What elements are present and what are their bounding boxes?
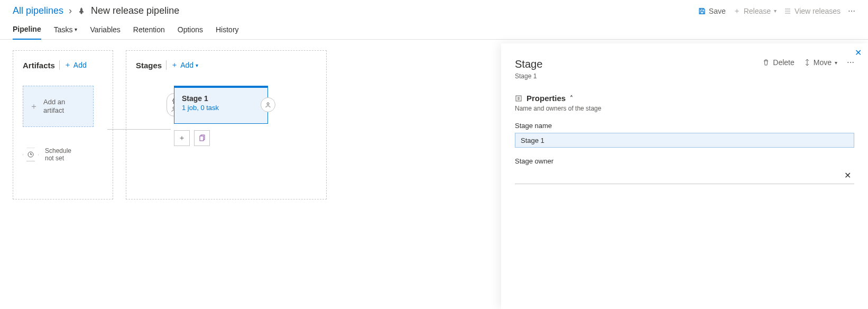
release-label: Release bbox=[744, 7, 771, 15]
breadcrumb: All pipelines › New release pipeline bbox=[13, 5, 179, 16]
add-artifact-tile[interactable]: ＋ Add an artifact bbox=[23, 86, 94, 127]
user-icon bbox=[265, 102, 271, 108]
tab-options[interactable]: Options bbox=[178, 23, 203, 39]
panel-heading: Stage bbox=[515, 58, 542, 70]
plus-icon: ＋ bbox=[64, 60, 71, 70]
plus-icon: ＋ bbox=[171, 60, 178, 70]
trash-icon bbox=[762, 59, 770, 66]
panel-subheading: Stage 1 bbox=[515, 72, 542, 80]
release-button[interactable]: ＋ Release ▾ bbox=[733, 6, 777, 16]
connector-line bbox=[107, 129, 171, 130]
post-deployment-conditions[interactable] bbox=[261, 97, 275, 112]
chevron-up-icon: ˄ bbox=[570, 95, 573, 102]
add-artifact-label: Add an artifact bbox=[43, 98, 65, 114]
artifacts-title: Artifacts bbox=[23, 61, 55, 70]
artifacts-panel: Artifacts ＋ Add ＋ Add an artifact Schedu… bbox=[13, 50, 113, 199]
delete-label: Delete bbox=[773, 58, 794, 67]
stage-name-input[interactable] bbox=[515, 133, 854, 148]
rocket-icon bbox=[77, 7, 86, 15]
move-label: Move bbox=[814, 58, 832, 67]
more-stage-button[interactable]: ⋯ bbox=[847, 58, 854, 67]
stage-card[interactable]: Stage 1 1 job, 0 task bbox=[174, 86, 268, 124]
save-label: Save bbox=[709, 7, 726, 15]
move-stage-button[interactable]: Move ▾ bbox=[804, 58, 837, 67]
plus-icon: ＋ bbox=[733, 6, 741, 16]
chevron-down-icon: ▾ bbox=[75, 26, 77, 32]
properties-title: Properties bbox=[527, 94, 566, 103]
svg-point-2 bbox=[267, 103, 269, 105]
stages-add-button[interactable]: ＋ Add ▾ bbox=[171, 60, 198, 70]
tab-retention[interactable]: Retention bbox=[133, 23, 165, 39]
stages-panel: Stages ＋ Add ▾ Stage 1 1 job, 0 task bbox=[126, 50, 327, 199]
close-panel-button[interactable]: ✕ bbox=[855, 48, 862, 58]
tab-history[interactable]: History bbox=[216, 23, 239, 39]
artifacts-add-button[interactable]: ＋ Add bbox=[64, 60, 87, 70]
tab-tasks-label: Tasks bbox=[54, 25, 73, 34]
breadcrumb-root-link[interactable]: All pipelines bbox=[13, 5, 63, 16]
chevron-right-icon: › bbox=[69, 5, 72, 16]
stages-title: Stages bbox=[136, 61, 162, 70]
svg-rect-3 bbox=[200, 136, 204, 141]
stage-owner-input[interactable] bbox=[516, 170, 842, 180]
stage-name: Stage 1 bbox=[182, 94, 260, 103]
tab-variables[interactable]: Variables bbox=[90, 23, 120, 39]
add-stage-button[interactable]: ＋ bbox=[174, 130, 190, 146]
schedule-label: Schedule not set bbox=[45, 147, 71, 162]
header-actions: Save ＋ Release ▾ View releases ⋯ bbox=[698, 6, 855, 16]
stage-owner-label: Stage owner bbox=[515, 157, 854, 165]
plus-icon: ＋ bbox=[178, 133, 186, 143]
chevron-down-icon: ▾ bbox=[774, 8, 777, 14]
divider bbox=[166, 60, 167, 70]
clear-owner-button[interactable]: ✕ bbox=[842, 170, 853, 180]
divider bbox=[59, 60, 60, 70]
clone-stage-button[interactable] bbox=[194, 130, 210, 146]
stage-job-summary[interactable]: 1 job, 0 task bbox=[182, 104, 260, 112]
more-button[interactable]: ⋯ bbox=[848, 7, 855, 15]
clock-icon bbox=[23, 148, 39, 161]
tab-bar: Pipeline Tasks ▾ Variables Retention Opt… bbox=[0, 20, 868, 40]
save-icon bbox=[698, 7, 706, 15]
chevron-down-icon: ▾ bbox=[835, 60, 837, 66]
save-button[interactable]: Save bbox=[698, 7, 726, 15]
properties-section-header[interactable]: Properties ˄ bbox=[515, 94, 854, 103]
stage-properties-panel: ✕ Stage Stage 1 Delete Move ▾ ⋯ Properti… bbox=[501, 43, 868, 309]
copy-icon bbox=[198, 134, 206, 142]
list-icon bbox=[784, 7, 791, 15]
chevron-down-icon: ▾ bbox=[196, 62, 198, 68]
page-title: New release pipeline bbox=[91, 5, 179, 16]
artifacts-add-label: Add bbox=[73, 61, 87, 69]
plus-icon: ＋ bbox=[30, 101, 38, 112]
delete-stage-button[interactable]: Delete bbox=[762, 58, 794, 67]
view-releases-button[interactable]: View releases bbox=[784, 7, 841, 15]
schedule-trigger[interactable]: Schedule not set bbox=[23, 147, 103, 162]
view-releases-label: View releases bbox=[795, 7, 841, 15]
tab-tasks[interactable]: Tasks ▾ bbox=[54, 23, 78, 39]
stages-add-label: Add bbox=[180, 61, 193, 69]
properties-description: Name and owners of the stage bbox=[515, 105, 854, 112]
move-icon bbox=[804, 59, 810, 66]
properties-icon bbox=[515, 95, 522, 102]
stage-name-label: Stage name bbox=[515, 122, 854, 130]
tab-pipeline[interactable]: Pipeline bbox=[13, 23, 41, 40]
